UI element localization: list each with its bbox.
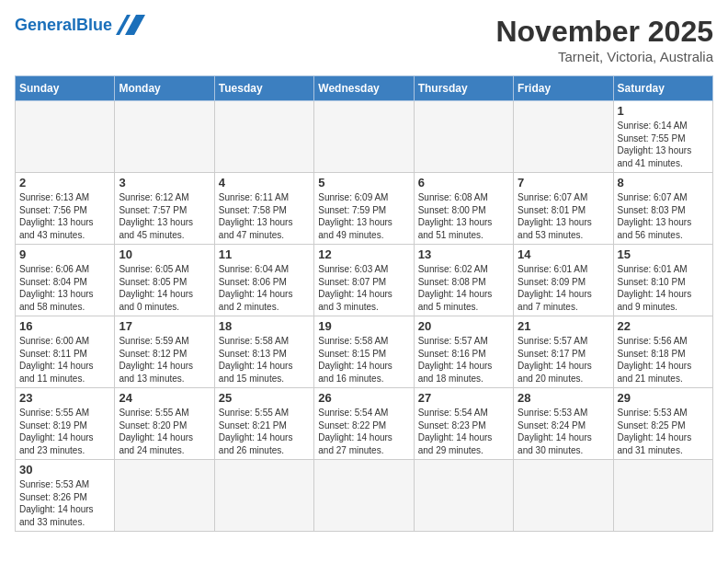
day-info: Sunrise: 5:55 AM Sunset: 8:21 PM Dayligh… <box>219 407 310 456</box>
calendar-cell <box>514 101 613 173</box>
day-info: Sunrise: 6:01 AM Sunset: 8:09 PM Dayligh… <box>518 263 609 313</box>
day-info: Sunrise: 6:03 AM Sunset: 8:07 PM Dayligh… <box>318 263 409 313</box>
calendar-cell: 7Sunrise: 6:07 AM Sunset: 8:01 PM Daylig… <box>514 173 613 245</box>
day-number: 29 <box>618 391 709 405</box>
calendar-cell: 9Sunrise: 6:06 AM Sunset: 8:04 PM Daylig… <box>16 245 115 316</box>
logo: GeneralBlue <box>15 15 145 35</box>
day-number: 3 <box>119 176 210 190</box>
calendar-cell: 24Sunrise: 5:55 AM Sunset: 8:20 PM Dayli… <box>115 388 214 460</box>
day-info: Sunrise: 6:13 AM Sunset: 7:56 PM Dayligh… <box>19 191 110 241</box>
day-number: 12 <box>318 247 409 261</box>
weekday-header-sunday: Sunday <box>16 76 115 101</box>
day-number: 30 <box>19 463 110 477</box>
day-info: Sunrise: 6:04 AM Sunset: 8:06 PM Dayligh… <box>219 263 310 313</box>
calendar-cell: 23Sunrise: 5:55 AM Sunset: 8:19 PM Dayli… <box>16 388 115 460</box>
calendar-cell <box>115 101 214 173</box>
calendar-cell: 15Sunrise: 6:01 AM Sunset: 8:10 PM Dayli… <box>613 245 712 316</box>
day-info: Sunrise: 6:05 AM Sunset: 8:05 PM Dayligh… <box>119 263 210 313</box>
day-number: 1 <box>618 104 709 118</box>
day-info: Sunrise: 6:08 AM Sunset: 8:00 PM Dayligh… <box>418 191 509 241</box>
day-number: 2 <box>19 176 110 190</box>
location: Tarneit, Victoria, Australia <box>495 49 713 64</box>
weekday-header-row: SundayMondayTuesdayWednesdayThursdayFrid… <box>16 76 713 101</box>
calendar-cell: 21Sunrise: 5:57 AM Sunset: 8:17 PM Dayli… <box>514 316 613 388</box>
logo-general: General <box>15 16 76 34</box>
day-info: Sunrise: 6:00 AM Sunset: 8:11 PM Dayligh… <box>19 335 110 385</box>
day-number: 21 <box>518 319 609 333</box>
day-info: Sunrise: 5:55 AM Sunset: 8:19 PM Dayligh… <box>19 407 110 456</box>
day-info: Sunrise: 5:54 AM Sunset: 8:23 PM Dayligh… <box>418 407 509 456</box>
calendar-cell: 17Sunrise: 5:59 AM Sunset: 8:12 PM Dayli… <box>115 316 214 388</box>
day-info: Sunrise: 6:12 AM Sunset: 7:57 PM Dayligh… <box>119 191 210 241</box>
calendar-cell <box>16 101 115 173</box>
day-info: Sunrise: 5:57 AM Sunset: 8:16 PM Dayligh… <box>418 335 509 385</box>
day-number: 17 <box>119 319 210 333</box>
calendar-cell: 26Sunrise: 5:54 AM Sunset: 8:22 PM Dayli… <box>314 388 414 460</box>
calendar-cell: 2Sunrise: 6:13 AM Sunset: 7:56 PM Daylig… <box>16 173 115 245</box>
day-number: 19 <box>318 319 409 333</box>
weekday-header-thursday: Thursday <box>414 76 513 101</box>
calendar-week-row: 30Sunrise: 5:53 AM Sunset: 8:26 PM Dayli… <box>16 460 713 532</box>
calendar-cell: 5Sunrise: 6:09 AM Sunset: 7:59 PM Daylig… <box>314 173 414 245</box>
day-number: 23 <box>19 391 110 405</box>
calendar-week-row: 2Sunrise: 6:13 AM Sunset: 7:56 PM Daylig… <box>16 173 713 245</box>
calendar-cell: 1Sunrise: 6:14 AM Sunset: 7:55 PM Daylig… <box>613 101 712 173</box>
day-number: 6 <box>418 176 509 190</box>
calendar-cell <box>214 460 313 532</box>
calendar-cell <box>314 460 414 532</box>
weekday-header-tuesday: Tuesday <box>214 76 313 101</box>
calendar-cell: 4Sunrise: 6:11 AM Sunset: 7:58 PM Daylig… <box>214 173 313 245</box>
calendar-cell <box>514 460 613 532</box>
day-number: 4 <box>219 176 310 190</box>
logo-text: GeneralBlue <box>15 17 112 33</box>
calendar-cell <box>314 101 414 173</box>
calendar-cell: 12Sunrise: 6:03 AM Sunset: 8:07 PM Dayli… <box>314 245 414 316</box>
day-number: 10 <box>119 247 210 261</box>
day-info: Sunrise: 6:07 AM Sunset: 8:03 PM Dayligh… <box>618 191 709 241</box>
day-info: Sunrise: 6:11 AM Sunset: 7:58 PM Dayligh… <box>219 191 310 241</box>
day-info: Sunrise: 5:56 AM Sunset: 8:18 PM Dayligh… <box>618 335 709 385</box>
day-number: 14 <box>518 247 609 261</box>
calendar-cell <box>613 460 712 532</box>
day-info: Sunrise: 5:58 AM Sunset: 8:15 PM Dayligh… <box>318 335 409 385</box>
weekday-header-saturday: Saturday <box>613 76 712 101</box>
day-info: Sunrise: 6:01 AM Sunset: 8:10 PM Dayligh… <box>618 263 709 313</box>
calendar-cell: 18Sunrise: 5:58 AM Sunset: 8:13 PM Dayli… <box>214 316 313 388</box>
calendar-cell: 14Sunrise: 6:01 AM Sunset: 8:09 PM Dayli… <box>514 245 613 316</box>
day-number: 22 <box>618 319 709 333</box>
day-info: Sunrise: 5:55 AM Sunset: 8:20 PM Dayligh… <box>119 407 210 456</box>
calendar-cell: 13Sunrise: 6:02 AM Sunset: 8:08 PM Dayli… <box>414 245 513 316</box>
calendar-cell: 29Sunrise: 5:53 AM Sunset: 8:25 PM Dayli… <box>613 388 712 460</box>
calendar-week-row: 16Sunrise: 6:00 AM Sunset: 8:11 PM Dayli… <box>16 316 713 388</box>
calendar-cell: 30Sunrise: 5:53 AM Sunset: 8:26 PM Dayli… <box>16 460 115 532</box>
calendar-table: SundayMondayTuesdayWednesdayThursdayFrid… <box>15 75 713 532</box>
calendar-cell: 6Sunrise: 6:08 AM Sunset: 8:00 PM Daylig… <box>414 173 513 245</box>
calendar-cell: 20Sunrise: 5:57 AM Sunset: 8:16 PM Dayli… <box>414 316 513 388</box>
day-info: Sunrise: 5:53 AM Sunset: 8:24 PM Dayligh… <box>518 407 609 456</box>
day-number: 28 <box>518 391 609 405</box>
day-number: 24 <box>119 391 210 405</box>
page-header: GeneralBlue November 2025 Tarneit, Victo… <box>15 15 713 64</box>
month-title: November 2025 <box>495 15 713 49</box>
calendar-cell <box>414 101 513 173</box>
day-info: Sunrise: 5:54 AM Sunset: 8:22 PM Dayligh… <box>318 407 409 456</box>
day-info: Sunrise: 5:58 AM Sunset: 8:13 PM Dayligh… <box>219 335 310 385</box>
logo-icon <box>116 15 145 35</box>
calendar-cell: 10Sunrise: 6:05 AM Sunset: 8:05 PM Dayli… <box>115 245 214 316</box>
day-info: Sunrise: 6:14 AM Sunset: 7:55 PM Dayligh… <box>618 120 709 169</box>
day-number: 25 <box>219 391 310 405</box>
calendar-cell: 27Sunrise: 5:54 AM Sunset: 8:23 PM Dayli… <box>414 388 513 460</box>
calendar-cell: 28Sunrise: 5:53 AM Sunset: 8:24 PM Dayli… <box>514 388 613 460</box>
calendar-week-row: 1Sunrise: 6:14 AM Sunset: 7:55 PM Daylig… <box>16 101 713 173</box>
weekday-header-monday: Monday <box>115 76 214 101</box>
day-number: 15 <box>618 247 709 261</box>
weekday-header-wednesday: Wednesday <box>314 76 414 101</box>
calendar-cell <box>115 460 214 532</box>
calendar-cell: 19Sunrise: 5:58 AM Sunset: 8:15 PM Dayli… <box>314 316 414 388</box>
calendar-week-row: 23Sunrise: 5:55 AM Sunset: 8:19 PM Dayli… <box>16 388 713 460</box>
calendar-cell <box>214 101 313 173</box>
day-number: 27 <box>418 391 509 405</box>
weekday-header-friday: Friday <box>514 76 613 101</box>
day-info: Sunrise: 6:09 AM Sunset: 7:59 PM Dayligh… <box>318 191 409 241</box>
calendar-cell: 16Sunrise: 6:00 AM Sunset: 8:11 PM Dayli… <box>16 316 115 388</box>
